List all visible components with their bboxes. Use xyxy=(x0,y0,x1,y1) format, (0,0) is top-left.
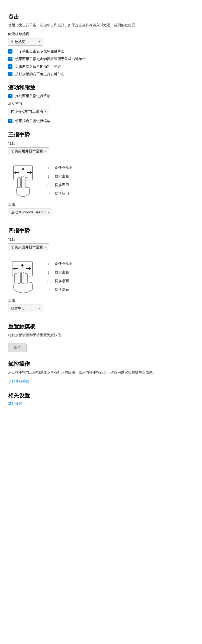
four-tap-label: 点击 xyxy=(8,298,194,303)
gesture-item-left: ← 切换应用 xyxy=(46,183,72,187)
svg-marker-4 xyxy=(14,171,16,174)
four-gesture-item-left: ← 切换桌面 xyxy=(46,279,72,283)
touch-ops-title: 触控操作 xyxy=(8,360,194,368)
three-swipe-label: 轻扫 xyxy=(8,141,194,146)
checkbox-label-3: 点击两次之后再拖动即可多选 xyxy=(15,64,61,69)
svg-rect-8 xyxy=(21,176,24,188)
three-swipe-chevron: ▾ xyxy=(45,150,46,153)
svg-rect-21 xyxy=(21,272,24,283)
gesture-label-left: 切换应用 xyxy=(55,183,69,187)
four-finger-gesture-row: ↑ 多任务视图 ↓ 显示桌面 ← 切换桌面 → 切换桌面 xyxy=(8,259,194,294)
checkbox-2[interactable] xyxy=(8,57,12,61)
four-swipe-value: 切换桌面并显示桌面 xyxy=(11,245,43,250)
gesture-item-right: → 切换应用 xyxy=(46,191,72,196)
checkbox-label-4: 按触摸板的右下角进行右键单击 xyxy=(15,72,65,77)
scroll-direction-chevron: ▾ xyxy=(45,110,46,113)
checkbox-3[interactable] xyxy=(8,64,12,69)
four-arrow-down-icon: ↓ xyxy=(46,270,51,275)
four-finger-hand-image xyxy=(8,259,38,294)
svg-rect-22 xyxy=(25,273,27,283)
scroll-direction-select[interactable]: 向下移动时向上滚动 ▾ xyxy=(8,108,49,115)
four-gesture-item-right: → 切换桌面 xyxy=(46,287,72,292)
four-swipe-select[interactable]: 切换桌面并显示桌面 ▾ xyxy=(8,243,49,251)
scroll-zoom-title: 滚动和缩放 xyxy=(8,84,194,91)
four-tap-chevron: ▾ xyxy=(39,307,40,310)
checkbox-scroll[interactable] xyxy=(8,94,12,98)
checkbox-label-1: 一个手指点击表示鼠标左键单击 xyxy=(15,49,65,54)
four-gesture-label-left: 切换桌面 xyxy=(55,279,69,283)
click-title: 点击 xyxy=(8,13,194,20)
svg-marker-18 xyxy=(29,267,31,270)
four-gesture-item-down: ↓ 显示桌面 xyxy=(46,270,72,275)
checkbox-row-4: 按触摸板的右下角进行右键单击 xyxy=(8,72,194,77)
four-finger-gesture-list: ↑ 多任务视图 ↓ 显示桌面 ← 切换桌面 → 切换桌面 xyxy=(46,259,72,292)
three-swipe-value: 切换应用并显示桌面 xyxy=(11,149,43,154)
checkbox-label-scroll: 拖动两根手指进行滚动 xyxy=(15,94,50,98)
svg-marker-2 xyxy=(22,167,24,170)
four-swipe-chevron: ▾ xyxy=(45,246,46,249)
four-tap-value: 操作中心 xyxy=(11,306,25,311)
four-gesture-label-right: 切换桌面 xyxy=(55,287,69,292)
checkbox-label-2: 使用两根手指点击触摸板等同于鼠标右键单击 xyxy=(15,57,86,61)
svg-rect-20 xyxy=(18,272,20,283)
reset-desc: 将触摸板设置和手势重置为默认值 xyxy=(8,332,194,338)
sensitivity-label: 触摸板敏感度 xyxy=(8,32,194,37)
svg-line-24 xyxy=(27,282,32,283)
checkbox-1[interactable] xyxy=(8,49,12,54)
click-desc: 使用指尖进行单击、右键单击和选择。如果这些操作在键入时激活，请调低敏感度 xyxy=(8,22,194,28)
sensitivity-chevron: ▾ xyxy=(39,40,40,43)
four-gesture-label-up: 多任务视图 xyxy=(55,261,72,266)
checkbox-zoom[interactable] xyxy=(8,119,12,123)
checkbox-4[interactable] xyxy=(8,72,12,76)
three-tap-chevron: ▾ xyxy=(48,211,49,214)
gesture-item-up: ↑ 多任务视图 xyxy=(46,165,72,170)
three-swipe-select[interactable]: 切换应用并显示桌面 ▾ xyxy=(8,147,49,155)
four-gesture-label-down: 显示桌面 xyxy=(55,270,69,275)
three-finger-title: 三指手势 xyxy=(8,131,194,138)
svg-marker-6 xyxy=(30,171,32,174)
four-arrow-left-icon: ← xyxy=(46,279,51,283)
gesture-item-down: ↓ 显示桌面 xyxy=(46,174,72,179)
gesture-label-down: 显示桌面 xyxy=(55,174,69,179)
arrow-up-icon: ↑ xyxy=(46,165,51,170)
checkbox-label-zoom: 使用捏合手势进行缩放 xyxy=(15,118,50,123)
reset-button[interactable]: 重置 xyxy=(8,344,27,352)
checkbox-row-zoom: 使用捏合手势进行缩放 xyxy=(8,118,194,123)
three-finger-hand-image xyxy=(8,163,38,198)
sensitivity-value: 中敏感度 xyxy=(11,39,25,44)
checkbox-row-2: 使用两根手指点击触摸板等同于鼠标右键单击 xyxy=(8,57,194,61)
checkbox-row-scroll: 拖动两根手指进行滚动 xyxy=(8,94,194,98)
svg-marker-14 xyxy=(21,263,24,266)
three-tap-select[interactable]: 启动 Windows Search ▾ xyxy=(8,209,52,216)
gesture-label-up: 多任务视图 xyxy=(55,165,72,170)
related-settings-title: 相关设置 xyxy=(8,392,194,399)
checkbox-row-1: 一个手指点击表示鼠标左键单击 xyxy=(8,49,194,54)
three-tap-value: 启动 Windows Search xyxy=(11,210,46,215)
touch-ops-link[interactable]: 了解其他手势 xyxy=(8,379,29,383)
svg-rect-7 xyxy=(18,177,20,188)
sensitivity-select[interactable]: 中敏感度 ▾ xyxy=(8,38,43,46)
gesture-label-right: 切换应用 xyxy=(55,191,69,196)
arrow-left-icon: ← xyxy=(46,183,51,187)
four-swipe-label: 轻扫 xyxy=(8,237,194,242)
three-finger-gesture-row: ↑ 多任务视图 ↓ 显示桌面 ← 切换应用 → 切换应用 xyxy=(8,163,194,198)
four-gesture-item-up: ↑ 多任务视图 xyxy=(46,261,72,266)
scroll-direction-value: 向下移动时向上滚动 xyxy=(11,109,43,114)
svg-rect-9 xyxy=(25,177,28,188)
svg-marker-16 xyxy=(13,267,15,270)
arrow-down-icon: ↓ xyxy=(46,174,51,179)
four-finger-title: 四指手势 xyxy=(8,227,194,234)
four-tap-select[interactable]: 操作中心 ▾ xyxy=(8,305,43,312)
three-finger-gesture-list: ↑ 多任务视图 ↓ 显示桌面 ← 切换应用 → 切换应用 xyxy=(46,163,72,196)
related-settings-link[interactable]: 其他设置 xyxy=(8,402,22,406)
scroll-direction-label: 滚动方向 xyxy=(8,101,194,106)
three-tap-label: 点击 xyxy=(8,202,194,207)
arrow-right-icon: → xyxy=(46,191,51,196)
four-arrow-up-icon: ↑ xyxy=(46,261,51,266)
checkbox-row-3: 点击两次之后再拖动即可多选 xyxy=(8,64,194,69)
reset-title: 重置触摸板 xyxy=(8,323,194,330)
touch-ops-desc: 用三根手指向上轻扫以显示所有打开的应用，或用两根手指点击一次应用以实现右键单击效… xyxy=(8,370,194,375)
four-arrow-right-icon: → xyxy=(46,287,51,292)
svg-rect-19 xyxy=(15,273,17,283)
